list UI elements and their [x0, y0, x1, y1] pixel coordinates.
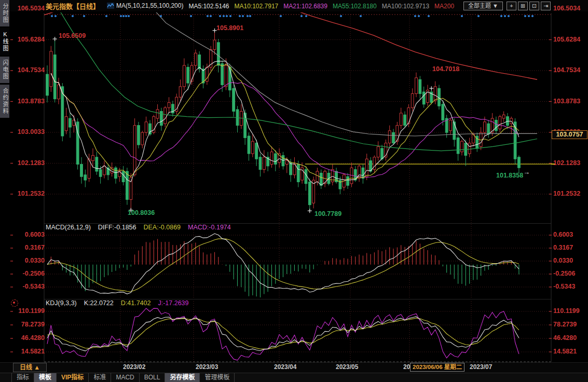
- kdj-axis-label: 14.5821: [15, 348, 45, 355]
- bottom-tab-1[interactable]: 指标: [11, 373, 34, 382]
- kdj-j-value: J:-17.2639: [158, 299, 188, 307]
- kdj-k-value: K:22.0722: [84, 299, 114, 307]
- kdj-axis-label: 46.4280: [553, 334, 583, 342]
- fit-chart-icon[interactable]: ⊞: [518, 2, 528, 10]
- ma-values-group: MA5:102.5146MA10:102.7917MA21:102.6839MA…: [183, 1, 454, 10]
- sidebar-tab-3[interactable]: 闪电图: [0, 57, 9, 83]
- price-axis-label: 105.6284: [553, 36, 583, 43]
- price-axis-label: 103.0033: [15, 128, 45, 135]
- price-axis-label: 102.1283: [15, 159, 45, 167]
- marked-price-box: 103.0757: [552, 130, 587, 139]
- price-axis-label: 101.2532: [15, 190, 45, 197]
- price-annotation: 100.7789: [314, 210, 341, 217]
- x-axis-label: 20: [403, 363, 410, 371]
- macd-axis-label: -0.2506: [15, 270, 45, 277]
- bottom-toolbar: 指标模板VIP指标标准MACDBOLL另存模板管理模板: [0, 373, 588, 382]
- bottom-tab-2[interactable]: 模板: [34, 373, 57, 382]
- sidebar-tab-1[interactable]: 分时图: [0, 0, 9, 26]
- annotation-arrow-icon: →: [523, 168, 530, 176]
- macd-header: MACD(26,12,9)DIFF:-0.1856DEA:-0.0869MACD…: [46, 224, 238, 231]
- bottom-tab-3[interactable]: VIP指标: [57, 373, 89, 382]
- kdj-axis-label: 110.1199: [553, 307, 583, 315]
- kdj-title: KDJ(9,3,3): [46, 299, 77, 307]
- price-axis-label: 106.5034: [15, 5, 45, 12]
- bottom-tab-5[interactable]: MACD: [111, 373, 139, 382]
- macd-macd-value: MACD:-0.1974: [188, 224, 231, 231]
- kdj-axis-label: 78.2739: [15, 321, 45, 328]
- macd-axis-label: 0.0330: [553, 257, 583, 264]
- macd-axis-label: 0.3167: [15, 244, 45, 251]
- symbol-title: 美元指数【日线】: [46, 1, 100, 11]
- price-annotation: 101.8358: [496, 172, 523, 179]
- bottom-tab-4[interactable]: 标准: [89, 373, 111, 382]
- macd-axis-label: -0.5343: [553, 283, 583, 290]
- macd-axis-label: 0.0330: [15, 257, 45, 264]
- kdj-axis-label: 110.1199: [15, 307, 45, 315]
- chart-canvas[interactable]: [0, 0, 588, 382]
- macd-axis-label: 0.6003: [15, 231, 45, 238]
- period-selector[interactable]: 日线 ▲: [13, 363, 47, 372]
- kdj-header: KDJ(9,3,3)K:22.0722D:41.7402J:-17.2639: [46, 299, 196, 307]
- x-axis-label: 2023/02: [123, 363, 145, 371]
- macd-axis-label: -0.2506: [553, 270, 583, 277]
- crosshair-tool-icon[interactable]: +: [507, 2, 516, 10]
- bottom-tab-7[interactable]: 另存模板: [165, 373, 200, 382]
- chart-type-sidebar: 分时图K线图闪电图合约资料: [0, 0, 9, 382]
- macd-title: MACD(26,12,9): [46, 224, 91, 231]
- x-axis-label: 2023/04: [274, 363, 296, 371]
- macd-axis-label: 0.3167: [553, 244, 583, 251]
- sidebar-tab-2[interactable]: K线图: [0, 28, 9, 55]
- macd-diff-value: DIFF:-0.1856: [98, 224, 136, 231]
- ma-value-3: MA55:102.8180: [333, 3, 377, 10]
- ma-settings-label: MA(5,10,21,55,100,200): [116, 2, 183, 9]
- bottom-tab-6[interactable]: BOLL: [140, 373, 166, 382]
- kdj-d-value: D:41.7402: [121, 299, 151, 307]
- macd-axis-label: 0.6003: [553, 231, 583, 238]
- price-annotation: 105.6509: [59, 32, 86, 39]
- macd-axis-label: -0.5343: [15, 283, 45, 290]
- crosshair-date-tooltip: 2023/06/06 星期二: [410, 363, 464, 372]
- ma-value-5: MA200: [434, 3, 454, 10]
- kdj-axis-label: 78.2739: [553, 321, 583, 328]
- price-axis-label: 104.7534: [553, 66, 583, 74]
- bottom-tab-8[interactable]: 管理模板: [200, 373, 235, 382]
- scale-axis-icon[interactable]: ⊡: [529, 2, 539, 10]
- line-chart-icon[interactable]: [107, 3, 114, 9]
- kdj-axis-label: 14.5821: [553, 348, 583, 355]
- price-annotation: 104.7018: [432, 65, 459, 73]
- price-axis-label: 102.1283: [553, 159, 583, 167]
- price-axis-label: 105.6284: [15, 36, 45, 43]
- trading-app-window: 美元指数【日线】 MA(5,10,21,55,100,200) MA5:102.…: [0, 0, 588, 382]
- ma-value-0: MA5:102.5146: [188, 3, 229, 10]
- price-axis-label: 101.2532: [553, 190, 583, 197]
- price-annotation: 100.8036: [128, 209, 155, 216]
- price-axis-label: 103.8783: [553, 98, 583, 105]
- x-axis-label: 2023/03: [196, 363, 218, 371]
- theme-dropdown[interactable]: 全部主题 ▼: [463, 2, 503, 10]
- macd-dea-value: DEA:-0.0869: [143, 224, 181, 231]
- sidebar-tab-4[interactable]: 合约资料: [0, 85, 9, 118]
- price-axis-label: 103.8783: [15, 98, 45, 105]
- price-annotation: 105.8901: [216, 24, 243, 32]
- ma-value-4: MA100:102.9713: [382, 3, 429, 10]
- price-axis-label: 104.7534: [15, 66, 45, 74]
- indicator-target-icon[interactable]: [11, 299, 18, 307]
- x-axis-label: 2023/05: [336, 363, 358, 371]
- header-toolbar-buttons: +⊞⊡⇥: [507, 2, 551, 10]
- x-axis-label: 2023/07: [470, 363, 492, 371]
- ma-value-1: MA10:102.7917: [235, 3, 279, 10]
- ma-value-2: MA21:102.6839: [283, 3, 327, 10]
- pan-right-icon[interactable]: ⇥: [541, 2, 551, 10]
- price-axis-label: 106.5034: [553, 5, 583, 12]
- kdj-axis-label: 46.4280: [15, 334, 45, 342]
